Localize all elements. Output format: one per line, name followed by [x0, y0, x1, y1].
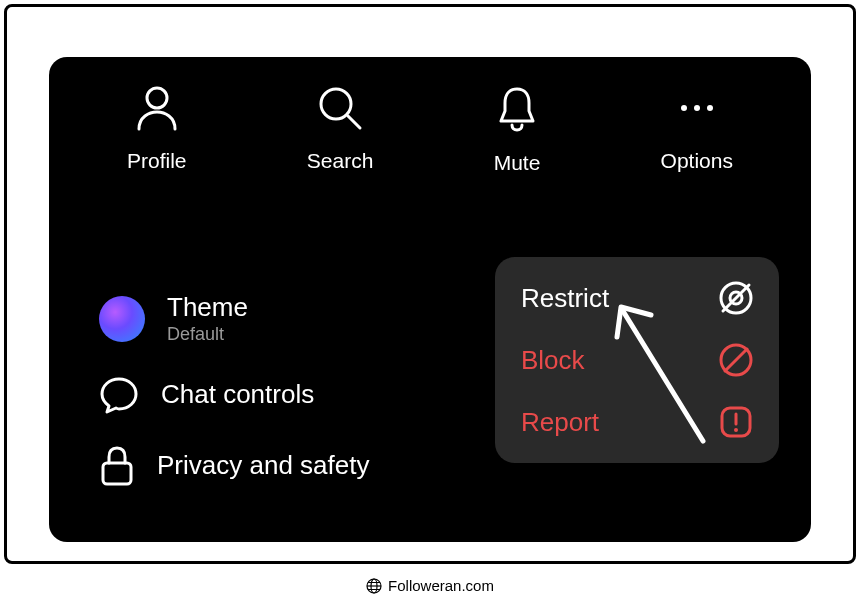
options-popup: Restrict Block Report [495, 257, 779, 463]
search-action[interactable]: Search [307, 85, 374, 175]
more-icon [674, 85, 720, 131]
search-label: Search [307, 149, 374, 173]
options-action[interactable]: Options [661, 85, 733, 175]
svg-line-9 [723, 285, 749, 311]
profile-label: Profile [127, 149, 187, 173]
app-panel: Profile Search Mute [49, 57, 811, 542]
watermark-text: Followeran.com [388, 577, 494, 594]
chat-controls-item[interactable]: Chat controls [99, 375, 369, 415]
svg-point-4 [694, 105, 700, 111]
report-icon [717, 403, 755, 441]
outer-frame: Profile Search Mute [4, 4, 856, 564]
svg-point-1 [321, 89, 351, 119]
options-label: Options [661, 149, 733, 173]
restrict-label: Restrict [521, 283, 609, 314]
restrict-item[interactable]: Restrict [521, 279, 755, 317]
watermark: Followeran.com [0, 577, 860, 594]
privacy-label: Privacy and safety [157, 451, 369, 480]
profile-action[interactable]: Profile [127, 85, 187, 175]
svg-line-2 [348, 116, 360, 128]
svg-point-3 [681, 105, 687, 111]
search-icon [317, 85, 363, 131]
chat-icon [99, 375, 139, 415]
profile-icon [135, 85, 179, 131]
block-item[interactable]: Block [521, 341, 755, 379]
chat-controls-label: Chat controls [161, 380, 314, 409]
restrict-icon [717, 279, 755, 317]
svg-point-0 [147, 88, 167, 108]
theme-subtitle: Default [167, 324, 248, 345]
block-label: Block [521, 345, 585, 376]
report-label: Report [521, 407, 599, 438]
report-item[interactable]: Report [521, 403, 755, 441]
privacy-item[interactable]: Privacy and safety [99, 445, 369, 487]
top-actions-row: Profile Search Mute [49, 57, 811, 175]
theme-text: Theme Default [167, 293, 248, 345]
theme-item[interactable]: Theme Default [99, 293, 369, 345]
svg-point-5 [707, 105, 713, 111]
mute-label: Mute [494, 151, 541, 175]
lock-icon [99, 445, 135, 487]
svg-point-14 [734, 428, 738, 432]
mute-action[interactable]: Mute [494, 85, 541, 175]
globe-icon [366, 578, 382, 594]
theme-title: Theme [167, 293, 248, 322]
bell-icon [495, 85, 539, 133]
settings-list: Theme Default Chat controls Privacy and … [99, 293, 369, 487]
svg-line-11 [725, 349, 747, 371]
svg-rect-6 [103, 463, 131, 484]
block-icon [717, 341, 755, 379]
theme-swatch-icon [99, 296, 145, 342]
